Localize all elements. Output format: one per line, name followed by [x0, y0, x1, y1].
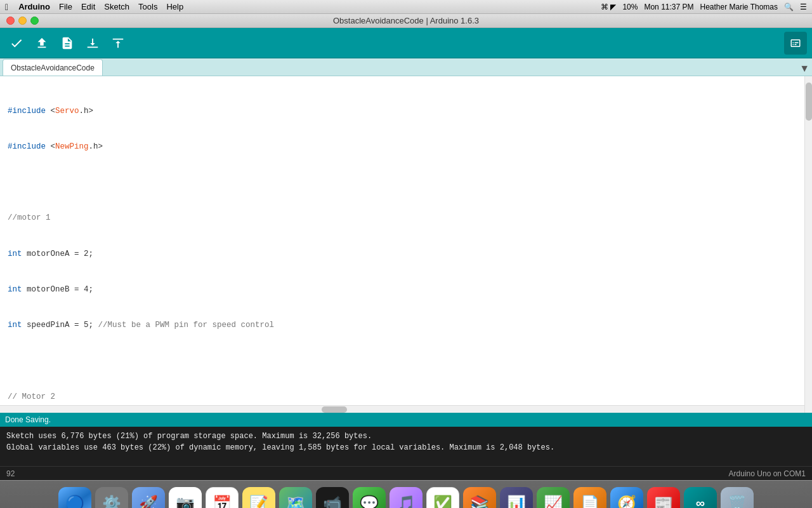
fullscreen-button[interactable] — [30, 17, 39, 25]
tab-bar: ObstacleAvoidanceCode ▼ — [0, 58, 812, 76]
menu-sketch[interactable]: Sketch — [104, 2, 129, 11]
apple-menu[interactable]:  — [5, 2, 8, 12]
dock-notes[interactable]: 📝 — [242, 487, 275, 509]
tab-dropdown[interactable]: ▼ — [799, 63, 809, 74]
dock-reminders[interactable]: ✅ — [426, 487, 459, 509]
notifications-icon[interactable]: ☰ — [800, 3, 807, 11]
dock-arduino[interactable]: ∞ — [684, 487, 717, 509]
status-message: Done Saving. — [5, 415, 51, 424]
bottom-status-bar: 92 Arduino Uno on COM1 — [0, 466, 812, 480]
menu-tools[interactable]: Tools — [138, 2, 157, 11]
minimize-button[interactable] — [18, 17, 27, 25]
menu-file[interactable]: File — [59, 2, 72, 11]
console-line-2: Global variables use 463 bytes (22%) of … — [6, 442, 806, 453]
search-icon[interactable]: 🔍 — [784, 3, 794, 11]
new-button[interactable] — [56, 32, 79, 55]
menu-edit[interactable]: Edit — [81, 2, 95, 11]
title-bar: ObstacleAvoidanceCode | Arduino 1.6.3 — [0, 14, 812, 28]
close-button[interactable] — [6, 17, 15, 25]
dock-trash[interactable]: 🗑️ — [721, 487, 754, 509]
dock-photos[interactable]: 📷 — [169, 487, 202, 509]
vertical-scrollbar[interactable] — [804, 76, 812, 413]
window-title: ObstacleAvoidanceCode | Arduino 1.6.3 — [333, 16, 479, 25]
serial-monitor-button[interactable] — [784, 32, 807, 55]
datetime: Mon 11:37 PM — [644, 3, 693, 11]
wifi-icon: ⌘ ◤ — [601, 3, 616, 11]
username: Heather Marie Thomas — [700, 3, 778, 11]
dock-reeder[interactable]: 📰 — [647, 487, 680, 509]
board-info: Arduino Uno on COM1 — [729, 469, 806, 478]
dock-launchpad[interactable]: 🚀 — [132, 487, 165, 509]
console-line-1: Sketch uses 6,776 bytes (21%) of program… — [6, 431, 806, 442]
verify-button[interactable] — [5, 32, 28, 55]
dock-finder[interactable]: 🔵 — [58, 487, 91, 509]
dock-numbers[interactable]: 📈 — [537, 487, 570, 509]
horizontal-scrollbar[interactable] — [0, 405, 804, 413]
dock-keynote[interactable]: 📊 — [500, 487, 533, 509]
upload-button[interactable] — [30, 32, 53, 55]
dock-messages[interactable]: 💬 — [353, 487, 386, 509]
code-editor[interactable]: #include <Servo.h> #include <NewPing.h> … — [0, 76, 812, 413]
menu-help[interactable]: Help — [166, 2, 183, 11]
menu-bar:  Arduino File Edit Sketch Tools Help ⌘ … — [0, 0, 812, 14]
battery-level: 10% — [622, 3, 638, 11]
dock-itunes[interactable]: 🎵 — [390, 487, 422, 509]
dock-calendar[interactable]: 📅 — [206, 487, 239, 509]
dock-system-preferences[interactable]: ⚙️ — [95, 487, 128, 509]
toolbar-right — [784, 32, 807, 55]
menu-arduino[interactable]: Arduino — [18, 2, 50, 11]
dock-pages[interactable]: 📄 — [573, 487, 606, 509]
dock-facetime[interactable]: 📹 — [316, 487, 349, 509]
dock-ibooks[interactable]: 📚 — [463, 487, 496, 509]
line-number: 92 — [6, 469, 15, 478]
toolbar — [0, 28, 812, 58]
save-button[interactable] — [107, 32, 129, 55]
dock: 🔵 ⚙️ 🚀 📷 📅 📝 🗺️ 📹 💬 🎵 ✅ 📚 📊 — [0, 480, 812, 508]
open-button[interactable] — [81, 32, 104, 55]
code-content: #include <Servo.h> #include <NewPing.h> … — [0, 76, 812, 413]
dock-maps[interactable]: 🗺️ — [279, 487, 312, 509]
console-output: Sketch uses 6,776 bytes (21%) of program… — [0, 427, 812, 466]
status-bar: Done Saving. — [0, 413, 812, 427]
tab-obstacle-code[interactable]: ObstacleAvoidanceCode — [3, 59, 103, 76]
dock-safari[interactable]: 🧭 — [610, 487, 643, 509]
